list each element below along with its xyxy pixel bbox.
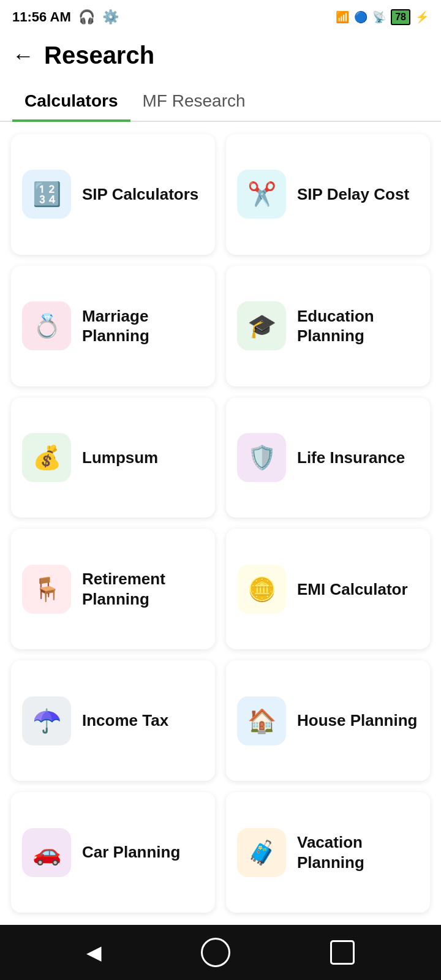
calculator-grid: 🔢SIP Calculators✂️SIP Delay Cost💍Marriag… [0, 122, 441, 925]
emi-calculator-label: EMI Calculator [297, 579, 408, 600]
retirement-planning-label: Retirement Planning [82, 569, 204, 609]
card-sip-calculators[interactable]: 🔢SIP Calculators [11, 134, 215, 255]
life-insurance-icon: 🛡️ [237, 433, 286, 482]
card-education-planning[interactable]: 🎓Education Planning [226, 266, 430, 386]
house-planning-label: House Planning [297, 710, 417, 731]
car-planning-icon: 🚗 [22, 828, 71, 877]
education-planning-label: Education Planning [297, 306, 419, 346]
lumpsum-icon: 💰 [22, 433, 71, 482]
car-planning-label: Car Planning [82, 842, 180, 862]
card-sip-delay-cost[interactable]: ✂️SIP Delay Cost [226, 134, 430, 255]
status-icons: 📶 🔵 📡 78 ⚡ [336, 9, 429, 25]
emi-calculator-icon: 🪙 [237, 565, 286, 614]
card-income-tax[interactable]: ☂️Income Tax [11, 660, 215, 781]
signal-icon: 📡 [372, 10, 386, 24]
card-retirement-planning[interactable]: 🪑Retirement Planning [11, 529, 215, 649]
battery-icon: 78 [391, 9, 410, 25]
header: ← Research [0, 32, 441, 75]
vacation-planning-icon: 🧳 [237, 828, 286, 877]
card-lumpsum[interactable]: 💰Lumpsum [11, 398, 215, 518]
time-display: 11:56 AM [12, 9, 71, 25]
retirement-planning-icon: 🪑 [22, 565, 71, 614]
card-emi-calculator[interactable]: 🪙EMI Calculator [226, 529, 430, 649]
sip-delay-cost-label: SIP Delay Cost [297, 184, 409, 205]
income-tax-label: Income Tax [82, 710, 168, 731]
marriage-planning-label: Marriage Planning [82, 306, 204, 346]
page-title: Research [44, 42, 154, 69]
status-time-area: 11:56 AM 🎧 ⚙️ [12, 9, 119, 25]
card-house-planning[interactable]: 🏠House Planning [226, 660, 430, 781]
life-insurance-label: Life Insurance [297, 448, 405, 468]
recents-nav-button[interactable] [330, 940, 355, 965]
tab-bar: Calculators MF Research [0, 81, 441, 122]
education-planning-icon: 🎓 [237, 301, 286, 350]
status-bar: 11:56 AM 🎧 ⚙️ 📶 🔵 📡 78 ⚡ [0, 0, 441, 32]
card-vacation-planning[interactable]: 🧳Vacation Planning [226, 792, 430, 913]
wifi-icon: 📶 [336, 10, 349, 24]
home-nav-button[interactable] [201, 938, 230, 967]
marriage-planning-icon: 💍 [22, 301, 71, 350]
card-life-insurance[interactable]: 🛡️Life Insurance [226, 398, 430, 518]
sip-delay-cost-icon: ✂️ [237, 170, 286, 219]
settings-icon: ⚙️ [102, 9, 119, 25]
sip-calculators-icon: 🔢 [22, 170, 71, 219]
vacation-planning-label: Vacation Planning [297, 832, 419, 872]
sip-calculators-label: SIP Calculators [82, 184, 198, 205]
charging-icon: ⚡ [415, 10, 429, 24]
bluetooth-icon: 🔵 [354, 10, 368, 24]
house-planning-icon: 🏠 [237, 696, 286, 745]
card-car-planning[interactable]: 🚗Car Planning [11, 792, 215, 913]
back-nav-button[interactable]: ◀ [86, 941, 102, 964]
income-tax-icon: ☂️ [22, 696, 71, 745]
lumpsum-label: Lumpsum [82, 448, 158, 468]
tab-calculators[interactable]: Calculators [12, 81, 130, 122]
card-marriage-planning[interactable]: 💍Marriage Planning [11, 266, 215, 386]
tab-mf-research[interactable]: MF Research [130, 81, 258, 122]
back-button[interactable]: ← [12, 43, 34, 69]
bottom-navigation: ◀ [0, 925, 441, 980]
headphone-icon: 🎧 [78, 9, 95, 25]
